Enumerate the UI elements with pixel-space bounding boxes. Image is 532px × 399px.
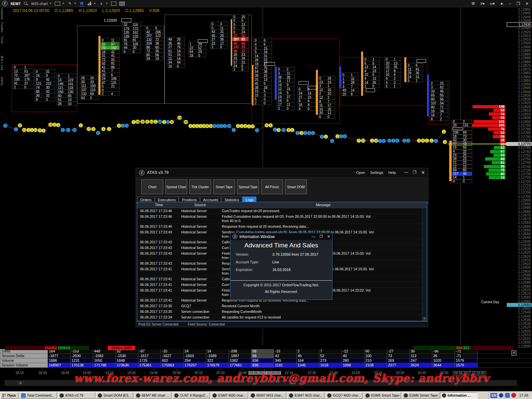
table-row[interactable]: 06.06.2017 17:23:35Server connectionRequ… xyxy=(137,309,422,315)
taskbar-item[interactable]: Total Command... xyxy=(20,392,57,399)
chart-type-icon[interactable]: W xyxy=(79,1,84,6)
draw-pencil-icon[interactable]: ✎ xyxy=(67,1,72,6)
column-source[interactable]: Source xyxy=(181,202,220,208)
menu-item-help[interactable]: Help xyxy=(388,171,396,175)
taskbar-item[interactable]: /6EM7 M15 char... xyxy=(249,392,286,399)
info-close-button[interactable]: ✕ xyxy=(327,234,330,239)
footprint-cell: 210 xyxy=(318,91,335,95)
dialog-maximize-button[interactable]: ❐ xyxy=(413,170,417,175)
layout-icon[interactable] xyxy=(55,2,60,6)
table-row[interactable]: 06.06.2017 17:23:35GCQ7Received Current … xyxy=(137,303,422,309)
button-tick-cluster[interactable]: Tick Cluster xyxy=(189,180,211,194)
taskbar-item[interactable]: /Smart DOM [ES... xyxy=(96,392,133,399)
close-button[interactable]: ✕ xyxy=(525,1,529,6)
price-label: 1,12740 xyxy=(507,165,532,169)
duplicate-icon[interactable] xyxy=(111,2,116,6)
taskbar-item[interactable]: /6EM7 M5 chart ... xyxy=(134,392,172,399)
table-row[interactable]: 06.06.2017 17:23:46Historical ServerResp… xyxy=(137,224,422,229)
taskbar-clock[interactable]: 17:26 xyxy=(518,393,530,397)
taskbar-item[interactable]: /Information ... xyxy=(440,392,477,399)
taskbar-item[interactable]: /ESM5 Smart Tape xyxy=(364,392,401,399)
footprint-cell: 78118 xyxy=(122,42,141,46)
taskbar-item[interactable]: /CLN7 4 RangeZ... xyxy=(173,392,210,399)
info-maximize-button[interactable]: ❐ xyxy=(320,234,323,239)
footprint-cell: 24 xyxy=(100,91,120,96)
trade-bubble: 2 xyxy=(223,124,227,128)
price-label: 1,12775 xyxy=(507,138,532,142)
button-smart-dom[interactable]: Smart DOM xyxy=(285,180,307,194)
button-chart[interactable]: Chart xyxy=(141,180,163,194)
price-label: 1,12645 xyxy=(507,235,532,239)
footprint-cell: 511 xyxy=(210,26,228,30)
time-label: 23:15 xyxy=(374,371,382,375)
table-row[interactable]: 06.06.2017 17:23:34Server connectionAll … xyxy=(137,315,422,320)
button-spread-tape[interactable]: Spread Tape xyxy=(237,180,259,194)
information-window[interactable]: / Information Window — ❐ ✕ Advanced Time… xyxy=(230,233,332,300)
tools-icon[interactable]: ⚒ xyxy=(471,1,475,6)
footprint-cell: 3818 xyxy=(253,85,272,89)
taskbar-item[interactable]: /ESM7 M30 char... xyxy=(211,392,248,399)
trade-bubble: 1 xyxy=(430,139,434,143)
list-menu-icon[interactable]: ≡▾ xyxy=(480,1,484,6)
indicator-icon[interactable] xyxy=(87,2,92,5)
minimize-button[interactable]: − xyxy=(509,1,511,6)
taskbar-item[interactable]: /GCQ7 M30 char... xyxy=(326,392,363,399)
menu-item-settings[interactable]: Settings xyxy=(370,171,383,175)
footprint-cell: 1117 xyxy=(277,78,295,83)
atas-tray-icon[interactable] xyxy=(499,393,503,398)
antivirus-tray-icon[interactable] xyxy=(511,393,516,398)
footprint-cell: 01 xyxy=(341,72,358,77)
pin-icon[interactable]: ➤ xyxy=(500,1,503,6)
button-smart-tape[interactable]: Smart Tape xyxy=(213,180,235,194)
chevron-down-icon: ▼ xyxy=(74,2,76,5)
button-spread-chart[interactable]: Spread Chart xyxy=(165,180,187,194)
column-time[interactable]: Time xyxy=(137,202,181,208)
atas-window-icon: / xyxy=(98,393,102,398)
atas-window-icon: / xyxy=(251,393,255,398)
table-row[interactable]: 06.06.2017 17:23:46Historical ServerCumT… xyxy=(137,208,422,214)
link-icon[interactable]: ∞▾ xyxy=(490,1,495,6)
vertical-scrollbar[interactable]: ▼ xyxy=(422,208,427,321)
footprint-cell: 2317 xyxy=(210,41,228,45)
dialog-minimize-button[interactable]: — xyxy=(404,170,408,175)
stats-cell: 1181 xyxy=(274,363,297,368)
footprint-cluster: 215362334565558056107548071183418782 xyxy=(430,81,448,121)
log-table-header[interactable]: Time Source Message xyxy=(137,202,427,208)
button-all-prices[interactable]: All Prices xyxy=(261,180,283,194)
dialog-titlebar[interactable]: / ATAS v3.79 OpenSettingsHelp — ❐ ✕ xyxy=(136,168,428,177)
footprint-cell: 011 xyxy=(232,26,249,30)
table-row[interactable]: 06.06.2017 17:23:46Historical ServerFind… xyxy=(137,214,422,224)
info-titlebar[interactable]: / Information Window — ❐ ✕ xyxy=(230,233,332,240)
panel-close-button[interactable]: ✕ xyxy=(511,350,516,355)
taskbar-item[interactable]: /ESM7 M15 char... xyxy=(287,392,325,399)
time-label: 19:00 xyxy=(82,371,91,375)
price-label: 1,12505 xyxy=(507,340,532,344)
network-tray-icon[interactable] xyxy=(505,393,510,398)
dialog-menu: OpenSettingsHelp xyxy=(356,171,396,175)
restore-button[interactable]: ❐ xyxy=(516,1,520,6)
dialog-close-button[interactable]: ✕ xyxy=(421,170,425,175)
stats-cell: 345 xyxy=(274,358,297,363)
taskbar-item[interactable]: /ESM5 Smart Tape xyxy=(402,392,439,399)
price-label: 1,12620 xyxy=(507,254,532,258)
column-message[interactable]: Message xyxy=(220,202,427,208)
price-label: 1,12640 xyxy=(507,239,532,243)
scroll-down-icon[interactable]: ▼ xyxy=(422,317,427,321)
price-label: 1,12510 xyxy=(507,336,532,340)
add-icon[interactable]: + xyxy=(99,1,104,6)
horizontal-scrollbar[interactable]: ◄ xyxy=(5,380,517,386)
scroll-left-icon[interactable]: ◄ xyxy=(18,381,23,385)
axis-tick xyxy=(65,369,66,371)
language-indicator[interactable]: EN xyxy=(490,393,497,398)
panel-icon[interactable] xyxy=(119,2,125,6)
taskbar-item[interactable]: /ATAS v3.79 xyxy=(58,392,95,399)
search-icon[interactable] xyxy=(24,1,28,6)
footprint-cell: 2012 xyxy=(318,110,335,115)
timeframe-selector[interactable]: M15 chart xyxy=(31,2,48,6)
cum-buy-value: 250623 xyxy=(57,346,89,350)
start-button[interactable]: Пуск xyxy=(1,392,19,399)
menu-item-open[interactable]: Open xyxy=(356,171,365,175)
footprint-cell: 1016 xyxy=(318,107,335,111)
info-minimize-button[interactable]: — xyxy=(312,234,315,239)
volume-profile-bar: 74 xyxy=(489,112,505,116)
